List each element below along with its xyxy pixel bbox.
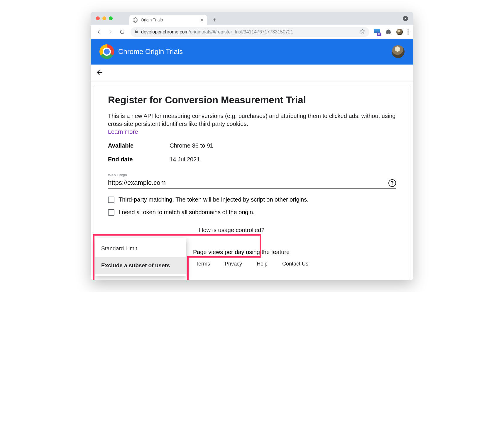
window-controls xyxy=(96,16,113,20)
dropdown-option-standard[interactable]: Standard Limit xyxy=(95,240,186,257)
url-text: developer.chrome.com/origintrials/#/regi… xyxy=(141,29,293,35)
profile-avatar-small[interactable] xyxy=(396,29,403,35)
browser-window: Origin Trials ✕ + developer.chrome.com/o… xyxy=(91,12,413,280)
tab-title: Origin Trials xyxy=(141,18,197,22)
footer-terms-link[interactable]: Terms xyxy=(196,261,210,267)
page-back-row xyxy=(91,65,413,82)
back-button[interactable] xyxy=(94,27,104,37)
expected-usage-label: Page views per day using the feature xyxy=(193,249,396,256)
browser-toolbar: developer.chrome.com/origintrials/#/regi… xyxy=(91,25,413,39)
help-icon[interactable]: ? xyxy=(388,179,396,187)
globe-icon xyxy=(133,18,138,23)
svg-marker-0 xyxy=(404,18,407,19)
close-tab-icon[interactable]: ✕ xyxy=(200,17,204,23)
chrome-logo-icon xyxy=(99,44,114,59)
footer-help-link[interactable]: Help xyxy=(257,261,268,267)
chrome-menu-button[interactable] xyxy=(406,29,410,35)
bookmark-star-icon[interactable] xyxy=(360,28,365,35)
footer-privacy-link[interactable]: Privacy xyxy=(225,261,242,267)
third-party-checkbox[interactable] xyxy=(108,197,114,203)
subdomains-checkbox[interactable] xyxy=(108,209,114,216)
app-title: Chrome Origin Trials xyxy=(118,48,183,56)
third-party-label: Third-party matching. The token will be … xyxy=(119,196,309,203)
available-row: Available Chrome 86 to 91 xyxy=(108,142,396,149)
page-description: This is a new API for measuring conversi… xyxy=(108,112,396,128)
page-back-button[interactable] xyxy=(96,72,104,77)
browser-tab[interactable]: Origin Trials ✕ xyxy=(129,15,207,25)
user-avatar[interactable] xyxy=(392,45,405,58)
maximize-window-button[interactable] xyxy=(109,16,113,20)
profile-indicator-icon[interactable] xyxy=(403,16,408,21)
lock-icon xyxy=(135,29,138,35)
usage-restriction-dropdown: Standard Limit Exclude a subset of users xyxy=(95,238,186,276)
close-window-button[interactable] xyxy=(96,16,100,20)
reload-button[interactable] xyxy=(117,27,127,37)
end-date-value: 14 Jul 2021 xyxy=(170,156,200,163)
tab-strip: Origin Trials ✕ + xyxy=(91,12,413,25)
learn-more-link[interactable]: Learn more xyxy=(108,129,138,135)
available-label: Available xyxy=(108,142,170,149)
subdomains-label: I need a token to match all subdomains o… xyxy=(119,209,255,216)
new-tab-button[interactable]: + xyxy=(210,16,219,24)
forward-button[interactable] xyxy=(105,27,115,37)
end-date-row: End date 14 Jul 2021 xyxy=(108,156,396,163)
extensions-button[interactable] xyxy=(383,27,393,37)
available-value: Chrome 86 to 91 xyxy=(170,142,213,149)
annotation-highlight xyxy=(187,256,189,280)
svg-rect-1 xyxy=(135,31,138,33)
address-bar[interactable]: developer.chrome.com/origintrials/#/regi… xyxy=(131,27,369,37)
subdomains-checkbox-row: I need a token to match all subdomains o… xyxy=(108,209,396,216)
web-origin-label: Web Origin xyxy=(108,173,396,177)
extension-ruler-icon[interactable]: 32 xyxy=(374,29,380,35)
third-party-checkbox-row: Third-party matching. The token will be … xyxy=(108,196,396,203)
minimize-window-button[interactable] xyxy=(102,16,106,20)
footer-contact-link[interactable]: Contact Us xyxy=(282,261,308,267)
usage-controlled-link[interactable]: How is usage controlled? xyxy=(199,227,396,234)
svg-marker-2 xyxy=(360,29,365,33)
dropdown-option-exclude[interactable]: Exclude a subset of users xyxy=(95,257,186,274)
end-date-label: End date xyxy=(108,156,170,163)
extension-badge: 32 xyxy=(377,33,381,36)
page-title: Register for Conversion Measurement Tria… xyxy=(108,94,396,106)
app-header: Chrome Origin Trials xyxy=(91,39,413,65)
web-origin-field: Web Origin ? xyxy=(108,173,396,189)
web-origin-input[interactable] xyxy=(108,178,396,189)
